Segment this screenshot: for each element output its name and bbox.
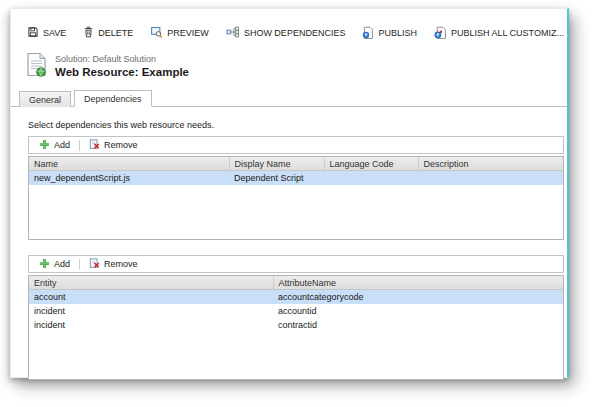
table-row[interactable]: incidentcontractid: [29, 318, 563, 332]
column-header[interactable]: Name: [29, 157, 229, 171]
attribute-grid-toolbar: Add Remove: [28, 255, 564, 273]
table-row[interactable]: incidentaccountid: [29, 304, 563, 318]
table-row[interactable]: new_dependentScript.jsDependent Script: [29, 171, 563, 186]
add-icon: [39, 139, 50, 152]
delete-icon: [83, 26, 94, 40]
preview-button[interactable]: PREVIEW: [150, 26, 209, 40]
save-icon: [27, 26, 39, 40]
dependency-grid: NameDisplay NameLanguage CodeDescription…: [28, 156, 564, 240]
save-label: SAVE: [43, 28, 66, 38]
toolbar-separator: [79, 140, 80, 151]
add-dependency-button[interactable]: Add: [35, 139, 74, 152]
preview-icon: [150, 26, 163, 40]
remove-icon: [89, 139, 100, 152]
title-bar: Solution: Default Solution Web Resource:…: [11, 44, 567, 81]
column-header[interactable]: Language Code: [324, 157, 418, 171]
delete-label: DELETE: [98, 28, 133, 38]
toolbar-separator: [79, 259, 80, 270]
show-dependencies-icon: [226, 26, 240, 40]
dependencies-panel: Select dependencies this web resource ne…: [11, 107, 567, 380]
remove-label: Remove: [104, 140, 138, 150]
remove-dependency-button[interactable]: Remove: [85, 139, 142, 152]
delete-button[interactable]: DELETE: [83, 26, 133, 40]
tab-general[interactable]: General: [19, 91, 71, 107]
column-header[interactable]: AttributeName: [273, 276, 563, 290]
tab-strip: General Dependencies: [11, 88, 567, 107]
publish-all-icon: [434, 26, 447, 41]
column-header[interactable]: Display Name: [229, 157, 324, 171]
table-row[interactable]: accountaccountcategorycode: [29, 290, 563, 305]
publish-label: PUBLISH: [378, 28, 417, 38]
grid-cell: incident: [29, 318, 273, 332]
grid-gap: [28, 240, 564, 255]
remove-attribute-button[interactable]: Remove: [85, 258, 142, 271]
grid-cell: [418, 171, 563, 186]
publish-button[interactable]: PUBLISH: [362, 26, 417, 41]
column-header[interactable]: Description: [418, 157, 563, 171]
grid-cell: contractid: [273, 318, 563, 332]
publish-all-label: PUBLISH ALL CUSTOMIZ...: [451, 28, 564, 38]
instruction-text: Select dependencies this web resource ne…: [28, 120, 567, 130]
command-bar: SAVE DELETE PREVIEW SHOW DEPENDENCIES PU…: [11, 9, 567, 44]
column-header[interactable]: Entity: [29, 276, 273, 290]
tab-dependencies[interactable]: Dependencies: [74, 90, 152, 107]
show-dependencies-button[interactable]: SHOW DEPENDENCIES: [226, 26, 346, 40]
page-title: Web Resource: Example: [55, 65, 189, 79]
grid-cell: accountcategorycode: [273, 290, 563, 305]
solution-label: Solution: Default Solution: [55, 54, 189, 65]
publish-all-button[interactable]: PUBLISH ALL CUSTOMIZ...: [434, 26, 564, 41]
remove-icon: [89, 258, 100, 271]
grid-cell: Dependent Script: [229, 171, 324, 186]
grid-cell: new_dependentScript.js: [29, 171, 229, 186]
show-dependencies-label: SHOW DEPENDENCIES: [244, 28, 346, 38]
grid-cell: incident: [29, 304, 273, 318]
web-resource-icon: [26, 52, 47, 81]
grid-cell: [324, 171, 418, 186]
web-resource-dialog: SAVE DELETE PREVIEW SHOW DEPENDENCIES PU…: [10, 8, 569, 378]
remove-label: Remove: [104, 259, 138, 269]
attribute-grid: EntityAttributeNameaccountaccountcategor…: [28, 275, 564, 380]
add-attribute-button[interactable]: Add: [35, 258, 74, 271]
save-button[interactable]: SAVE: [27, 26, 66, 40]
grid-cell: accountid: [273, 304, 563, 318]
dependency-grid-toolbar: Add Remove: [28, 136, 564, 154]
preview-label: PREVIEW: [167, 28, 209, 38]
add-label: Add: [54, 259, 70, 269]
grid-cell: account: [29, 290, 273, 305]
add-label: Add: [54, 140, 70, 150]
add-icon: [39, 258, 50, 271]
publish-icon: [362, 26, 374, 41]
